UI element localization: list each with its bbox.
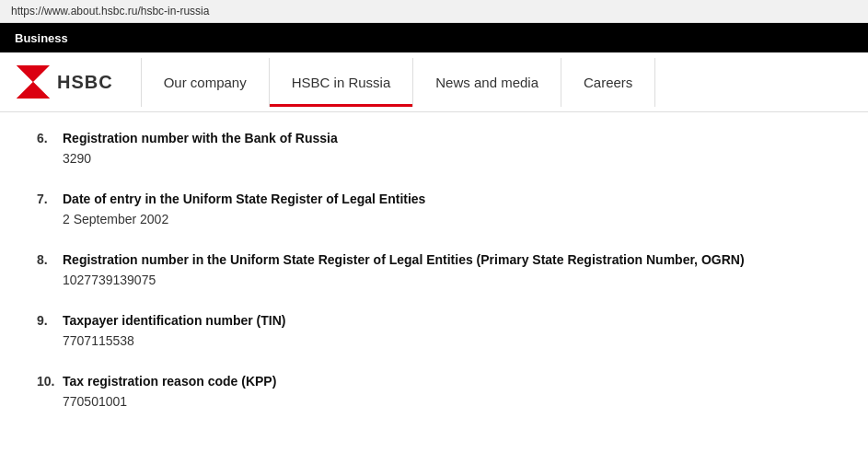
item-number-8: 8. xyxy=(37,252,63,267)
browser-url-bar: https://www.about.hsbc.ru/hsbc-in-russia xyxy=(0,0,868,23)
item-label-10: Tax registration reason code (KPP) xyxy=(63,374,276,389)
nav-item-hsbc-in-russia[interactable]: HSBC in Russia xyxy=(270,58,414,107)
info-item-9: 9. Taxpayer identification number (TIN) … xyxy=(37,313,831,348)
item-label-6: Registration number with the Bank of Rus… xyxy=(63,131,338,145)
item-value-6: 3290 xyxy=(63,151,831,166)
top-bar: Business xyxy=(0,23,868,52)
item-value-8: 1027739139075 xyxy=(63,273,831,287)
nav-item-careers[interactable]: Careers xyxy=(561,58,655,107)
logo-area[interactable]: HSBC xyxy=(15,52,113,111)
item-label-8: Registration number in the Uniform State… xyxy=(63,252,745,267)
nav-bar: HSBC Our company HSBC in Russia News and… xyxy=(0,52,868,112)
item-value-9: 7707115538 xyxy=(63,333,831,348)
url-text: https://www.about.hsbc.ru/hsbc-in-russia xyxy=(11,5,209,17)
item-label-9: Taxpayer identification number (TIN) xyxy=(63,313,285,328)
info-item-8: 8. Registration number in the Uniform St… xyxy=(37,252,831,287)
hsbc-logo-icon xyxy=(15,64,52,100)
info-item-7: 7. Date of entry in the Uniform State Re… xyxy=(37,192,831,226)
info-item-6: 6. Registration number with the Bank of … xyxy=(37,131,831,166)
item-number-10: 10. xyxy=(37,374,63,389)
top-bar-label: Business xyxy=(15,31,68,45)
info-item-10: 10. Tax registration reason code (KPP) 7… xyxy=(37,374,831,409)
page-content: 6. Registration number with the Bank of … xyxy=(0,112,868,453)
item-label-7: Date of entry in the Uniform State Regis… xyxy=(63,192,425,206)
nav-item-our-company[interactable]: Our company xyxy=(141,58,270,107)
logo-text: HSBC xyxy=(57,72,113,93)
item-value-7: 2 September 2002 xyxy=(63,212,831,226)
main-nav: Our company HSBC in Russia News and medi… xyxy=(141,58,853,107)
item-value-10: 770501001 xyxy=(63,394,831,409)
item-number-7: 7. xyxy=(37,192,63,206)
nav-item-news-and-media[interactable]: News and media xyxy=(413,58,561,107)
item-number-9: 9. xyxy=(37,313,63,328)
item-number-6: 6. xyxy=(37,131,63,145)
